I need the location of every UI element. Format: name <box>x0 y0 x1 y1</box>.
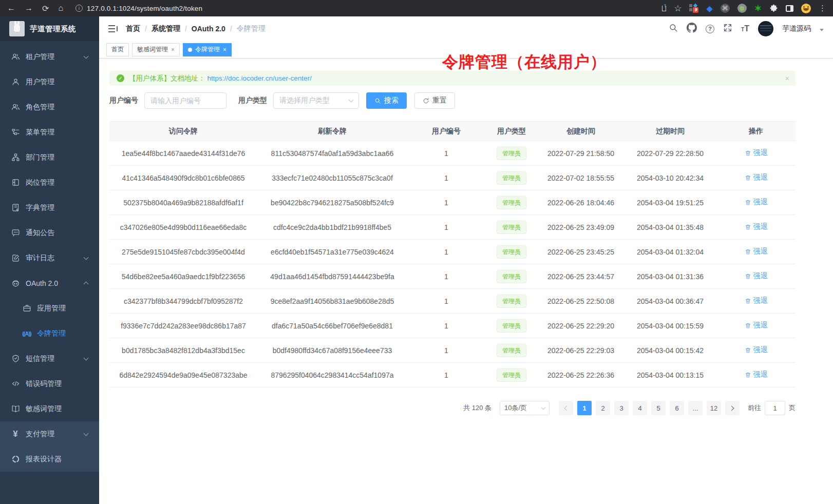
browser-back-icon[interactable]: ← <box>7 4 15 13</box>
page-button-12[interactable]: 12 <box>707 401 721 415</box>
green-star-extension-icon[interactable]: ✶ <box>754 3 762 14</box>
alert-doc-link[interactable]: https://doc.iocoder.cn/user-center/ <box>207 74 312 82</box>
user-id-input[interactable] <box>144 92 226 109</box>
page-button-4[interactable]: 4 <box>633 401 647 415</box>
sidebar-item-dict[interactable]: 字典管理 <box>0 195 99 220</box>
tab-sensitive-word[interactable]: 敏感词管理× <box>132 43 180 56</box>
tab-home[interactable]: 首页 <box>106 43 129 56</box>
sidebar-item-notice[interactable]: 通知公告 <box>0 220 99 245</box>
page-more-button[interactable]: ... <box>688 401 703 415</box>
page-size-select[interactable]: 10条/页 <box>500 401 550 415</box>
share-icon[interactable]: ↑ <box>662 6 666 11</box>
user-type-badge: 管理员 <box>497 221 526 234</box>
profile-avatar-icon[interactable] <box>801 4 811 13</box>
sidebar-item-errcode[interactable]: 错误码管理 <box>0 371 99 396</box>
help-icon[interactable]: ? <box>706 25 714 33</box>
breadcrumb-current: 令牌管理 <box>237 24 266 33</box>
breadcrumb-oauth[interactable]: OAuth 2.0 <box>192 25 225 33</box>
user-avatar[interactable] <box>758 21 773 36</box>
sidebar-item-role[interactable]: 角色管理 <box>0 94 99 120</box>
alert-close-icon[interactable]: × <box>785 74 789 83</box>
page-button-1[interactable]: 1 <box>577 401 592 415</box>
goto-page-input[interactable] <box>765 401 785 415</box>
force-logout-button[interactable]: 强退 <box>745 321 768 330</box>
search-icon[interactable] <box>669 23 678 34</box>
next-page-button[interactable] <box>725 401 740 415</box>
app-logo[interactable]: 芋道管理系统 <box>0 16 99 41</box>
sidebar-item-label: 短信管理 <box>26 354 54 363</box>
browser-home-icon[interactable]: ⌂ <box>58 4 63 13</box>
breadcrumb-system[interactable]: 系统管理 <box>152 24 180 33</box>
user-name[interactable]: 芋道源码 <box>782 24 811 33</box>
prev-page-button[interactable] <box>559 401 573 415</box>
breadcrumb-home[interactable]: 首页 <box>126 24 140 33</box>
force-logout-button[interactable]: 强退 <box>745 345 768 355</box>
url-text[interactable]: 127.0.0.1:1024/system/oauth2/token <box>87 5 202 12</box>
force-logout-button[interactable]: 强退 <box>745 222 768 231</box>
sidebar-item-menu[interactable]: 菜单管理 <box>0 120 99 145</box>
force-logout-button[interactable]: 强退 <box>745 272 768 281</box>
sidebar-item-report-designer[interactable]: 报表设计器 <box>0 447 99 472</box>
sidebar-item-label: 支付管理 <box>26 430 54 439</box>
sidebar-item-app-manage[interactable]: 应用管理 <box>0 296 99 321</box>
user-type-badge: 管理员 <box>497 147 526 160</box>
table-row: 6d842e2924594de9a09e45e087323abe 8796295… <box>109 363 796 387</box>
user-type-select[interactable]: 请选择用户类型 <box>273 92 359 109</box>
force-logout-button[interactable]: 强退 <box>745 198 768 207</box>
page-button-2[interactable]: 2 <box>596 401 610 415</box>
sitemap-icon <box>11 153 20 162</box>
github-icon[interactable] <box>687 23 697 35</box>
recorder-extension-icon[interactable] <box>737 4 747 13</box>
sidebar-item-post[interactable]: 岗位管理 <box>0 170 99 195</box>
command-extension-icon[interactable]: ⌘ <box>721 4 730 13</box>
address-bar[interactable]: i 127.0.0.1:1024/system/oauth2/token <box>70 2 662 15</box>
sidebar-item-tenant[interactable]: 租户管理 <box>0 44 99 69</box>
site-info-icon[interactable]: i <box>75 5 83 12</box>
sidebar-item-label: OAuth 2.0 <box>26 279 58 287</box>
font-size-icon[interactable]: TT <box>741 24 749 33</box>
alert-text: 【用户体系】文档地址： <box>129 74 205 83</box>
fullscreen-icon[interactable] <box>723 23 732 34</box>
page-button-6[interactable]: 6 <box>670 401 684 415</box>
force-logout-button[interactable]: 强退 <box>745 370 768 379</box>
page-button-3[interactable]: 3 <box>614 401 629 415</box>
goto-label: 前往 <box>748 403 761 413</box>
force-logout-button[interactable]: 强退 <box>745 173 768 182</box>
extension-blocks-icon[interactable]: 9 <box>689 4 698 13</box>
puzzle-extensions-icon[interactable] <box>769 4 778 13</box>
sidebar-item-audit-log[interactable]: 审计日志 <box>0 245 99 270</box>
side-panel-icon[interactable] <box>786 5 793 12</box>
browser-forward-icon[interactable]: → <box>25 4 33 13</box>
sidebar-item-pay[interactable]: ¥ 支付管理 <box>0 421 99 447</box>
sidebar-menu: 租户管理 用户管理 角色管理 菜单管理 部门管理 岗位管理 <box>0 41 99 472</box>
sidebar-item-label: 报表设计器 <box>26 455 62 464</box>
sidebar-item-oauth2[interactable]: OAuth 2.0 <box>0 270 99 296</box>
top-navbar: 首页 / 系统管理 / OAuth 2.0 / 令牌管理 ? TT 芋道源码 <box>99 16 833 41</box>
sidebar-item-token-manage[interactable]: ((A)) 令牌管理 <box>0 321 99 346</box>
force-logout-button[interactable]: 强退 <box>745 296 768 305</box>
browser-menu-icon[interactable]: ⋮ <box>819 4 827 13</box>
force-logout-button[interactable]: 强退 <box>745 247 768 256</box>
logo-rabbit-icon <box>9 21 25 36</box>
table-row: f9336e7c7dd242a283ee98dc86b17a87 dfa6c71… <box>109 314 796 338</box>
user-type-badge: 管理员 <box>497 245 526 259</box>
sidebar-item-sensitive-word[interactable]: 敏感词管理 <box>0 396 99 421</box>
sidebar-item-dept[interactable]: 部门管理 <box>0 145 99 170</box>
sidebar-item-sms[interactable]: 短信管理 <box>0 346 99 371</box>
search-button[interactable]: 搜索 <box>366 92 407 109</box>
close-icon[interactable]: × <box>171 46 175 53</box>
tab-token-manage[interactable]: 令牌管理× <box>183 43 232 56</box>
force-logout-button[interactable]: 强退 <box>745 148 768 158</box>
user-menu-caret-icon[interactable] <box>820 29 824 31</box>
bookmark-star-icon[interactable]: ☆ <box>674 3 681 14</box>
user-type-badge: 管理员 <box>497 319 526 333</box>
reset-button[interactable]: 重置 <box>414 92 455 109</box>
sidebar-fold-icon[interactable] <box>108 25 118 32</box>
close-icon[interactable]: × <box>223 46 226 53</box>
browser-reload-icon[interactable]: ⟳ <box>42 4 49 13</box>
page-button-5[interactable]: 5 <box>651 401 666 415</box>
trash-icon <box>745 224 751 230</box>
sidebar-item-user[interactable]: 用户管理 <box>0 69 99 94</box>
gem-extension-icon[interactable]: ◆ <box>706 4 712 13</box>
sidebar-item-label: 字典管理 <box>26 203 54 212</box>
